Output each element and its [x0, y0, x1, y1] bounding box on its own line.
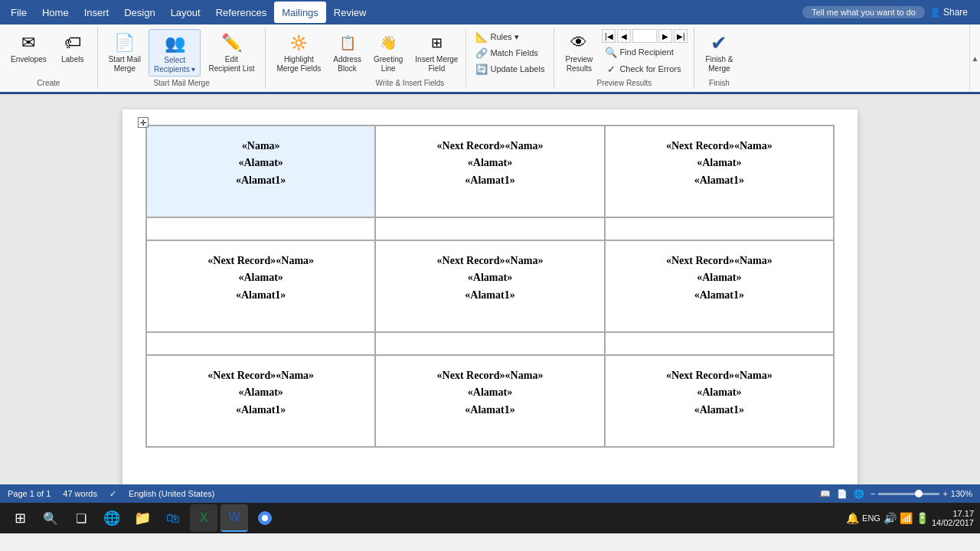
cell-r2c1-content: «Next Record»«Nama» «Alamat» «Alamat1»: [207, 253, 314, 304]
finish-merge-button[interactable]: ✔ Finish & Merge: [701, 29, 737, 75]
label-cell-spacer-r1c3: [605, 217, 834, 240]
ribbon-group-finish: ✔ Finish & Merge Finish: [694, 28, 743, 89]
taskbar-battery-icon[interactable]: 🔋: [916, 512, 929, 524]
taskbar-date: 14/02/2017: [932, 518, 974, 527]
windows-store-button[interactable]: 🛍: [159, 504, 187, 532]
insert-merge-field-icon: ⊞: [424, 31, 449, 55]
search-button[interactable]: 🔍: [37, 504, 64, 532]
menu-layout[interactable]: Layout: [163, 2, 208, 23]
preview-results-icon: 👁: [567, 31, 591, 55]
edit-recipient-list-button[interactable]: ✏️ Edit Recipient List: [204, 29, 259, 75]
document-area: ✛ «Nama» «Alamat» «Alamat1» «Next Record…: [0, 94, 980, 484]
menu-file[interactable]: File: [3, 2, 34, 23]
record-number-input[interactable]: [632, 29, 657, 43]
ribbon-group-preview-results: 👁 Preview Results |◀ ◀ ▶ ▶| 🔍 Find Recip…: [554, 28, 694, 89]
envelopes-label: Envelopes: [11, 55, 47, 64]
zoom-slider[interactable]: [878, 493, 939, 495]
view-web-icon[interactable]: 🌐: [854, 489, 864, 499]
find-recipient-button[interactable]: 🔍 Find Recipient: [602, 44, 688, 60]
cell-r2c2-content: «Next Record»«Nama» «Alamat» «Alamat1»: [437, 253, 544, 304]
address-block-button[interactable]: 📋 Address Block: [328, 29, 366, 75]
chrome-button[interactable]: [251, 504, 279, 532]
file-explorer-button[interactable]: 📁: [129, 504, 156, 532]
cell-r3c1-content: «Next Record»«Nama» «Alamat» «Alamat1»: [207, 367, 314, 419]
find-recipient-icon: 🔍: [605, 46, 617, 58]
create-group-label: Create: [37, 79, 60, 87]
zoom-thumb: [915, 490, 923, 497]
ribbon-content: ✉ Envelopes 🏷 Labels Create 📄 Start Mail…: [0, 24, 980, 93]
excel-button[interactable]: X: [190, 504, 217, 532]
labels-label: Labels: [61, 55, 83, 64]
windows-start-button[interactable]: ⊞: [6, 504, 34, 532]
taskbar: ⊞ 🔍 ❏ 🌐 📁 🛍 X W 🔔 ENG 🔊 📶 🔋 17.17 14/02/…: [0, 503, 980, 533]
cell-r1c2-content: «Next Record»«Nama» «Alamat» «Alamat1»: [437, 138, 544, 189]
ribbon-scroll-up[interactable]: ▲: [969, 24, 980, 92]
menu-references[interactable]: References: [208, 2, 274, 23]
edit-recipient-list-icon: ✏️: [219, 31, 243, 55]
view-print-icon[interactable]: 📄: [837, 489, 848, 499]
envelopes-button[interactable]: ✉ Envelopes: [6, 29, 51, 66]
match-fields-icon: 🔗: [475, 47, 488, 59]
share-button[interactable]: 👤 Share: [929, 7, 968, 18]
rules-button[interactable]: 📐 Rules ▾: [472, 29, 547, 44]
greeting-line-button[interactable]: 👋 Greeting Line: [369, 29, 407, 75]
word-button[interactable]: W: [220, 504, 248, 532]
zoom-plus-btn[interactable]: +: [942, 489, 947, 498]
highlight-merge-fields-button[interactable]: 🔆 Highlight Merge Fields: [272, 29, 325, 75]
taskbar-notification-icon[interactable]: 🔔: [846, 512, 859, 524]
zoom-minus-btn[interactable]: −: [871, 489, 875, 498]
taskbar-network-icon[interactable]: 📶: [900, 512, 913, 524]
tell-me-input[interactable]: Tell me what you want to do: [802, 6, 925, 18]
highlight-merge-fields-icon: 🔆: [286, 31, 311, 55]
first-record-btn[interactable]: |◀: [602, 29, 616, 43]
ribbon-group-write-insert: 🔆 Highlight Merge Fields 📋 Address Block…: [266, 28, 554, 89]
label-cell-r1c1[interactable]: «Nama» «Alamat» «Alamat1»: [146, 126, 375, 217]
preview-results-group-label: Preview Results: [597, 79, 652, 87]
start-mail-merge-button[interactable]: 📄 Start Mail Merge: [104, 29, 145, 75]
cell-r1c1-content: «Nama» «Alamat» «Alamat1»: [236, 138, 286, 189]
ribbon-group-start-mail-merge: 📄 Start Mail Merge 👥 SelectRecipients ▾ …: [98, 28, 266, 89]
view-read-icon[interactable]: 📖: [820, 489, 831, 499]
record-navigation: |◀ ◀ ▶ ▶|: [602, 29, 688, 43]
menu-insert[interactable]: Insert: [77, 2, 117, 23]
prev-record-btn[interactable]: ◀: [617, 29, 631, 43]
label-cell-r2c1[interactable]: «Next Record»«Nama» «Alamat» «Alamat1»: [146, 240, 375, 332]
label-cell-r2c3[interactable]: «Next Record»«Nama» «Alamat» «Alamat1»: [605, 240, 834, 332]
label-cell-r3c2[interactable]: «Next Record»«Nama» «Alamat» «Alamat1»: [375, 355, 604, 447]
menu-bar: File Home Insert Design Layout Reference…: [0, 0, 980, 24]
cell-r1c1-alamat1: «Alamat1»: [236, 174, 286, 186]
label-cell-spacer-r1c2: [375, 217, 604, 240]
match-fields-button[interactable]: 🔗 Match Fields: [472, 45, 547, 60]
taskbar-volume-icon[interactable]: 🔊: [884, 512, 897, 524]
menu-design[interactable]: Design: [116, 2, 162, 23]
label-cell-r3c1[interactable]: «Next Record»«Nama» «Alamat» «Alamat1»: [146, 355, 375, 447]
task-view-button[interactable]: ❏: [67, 504, 95, 532]
taskbar-clock[interactable]: 17.17 14/02/2017: [932, 509, 974, 527]
envelopes-icon: ✉: [16, 31, 41, 55]
insert-merge-field-button[interactable]: ⊞ Insert Merge Field: [410, 29, 462, 75]
internet-explorer-button[interactable]: 🌐: [98, 504, 126, 532]
label-cell-r1c2[interactable]: «Next Record»«Nama» «Alamat» «Alamat1»: [375, 126, 604, 217]
label-cell-spacer-r1c1: [146, 217, 375, 240]
language-indicator[interactable]: English (United States): [129, 489, 215, 498]
label-cell-r1c3[interactable]: «Next Record»«Nama» «Alamat» «Alamat1»: [605, 126, 834, 217]
check-for-errors-button[interactable]: ✓ Check for Errors: [602, 61, 688, 77]
update-labels-button[interactable]: 🔄 Update Labels: [472, 61, 547, 77]
start-mail-merge-icon: 📄: [113, 31, 137, 55]
menu-home[interactable]: Home: [34, 2, 77, 23]
menu-review[interactable]: Review: [326, 2, 374, 23]
ribbon-group-create: ✉ Envelopes 🏷 Labels Create: [0, 28, 98, 89]
menu-mailings[interactable]: Mailings: [274, 2, 326, 23]
label-cell-r3c3[interactable]: «Next Record»«Nama» «Alamat» «Alamat1»: [605, 355, 834, 447]
spell-check-icon[interactable]: ✓: [109, 489, 116, 499]
label-cell-spacer-r2c1: [146, 332, 375, 355]
greeting-line-icon: 👋: [376, 31, 400, 55]
next-record-btn[interactable]: ▶: [658, 29, 672, 43]
label-cell-spacer-r2c3: [605, 332, 834, 355]
labels-icon: 🏷: [60, 31, 85, 55]
preview-results-button[interactable]: 👁 Preview Results: [560, 29, 597, 77]
last-record-btn[interactable]: ▶|: [674, 29, 688, 43]
select-recipients-button[interactable]: 👥 SelectRecipients ▾: [149, 29, 201, 77]
label-cell-r2c2[interactable]: «Next Record»«Nama» «Alamat» «Alamat1»: [375, 240, 604, 332]
labels-button[interactable]: 🏷 Labels: [54, 29, 91, 66]
